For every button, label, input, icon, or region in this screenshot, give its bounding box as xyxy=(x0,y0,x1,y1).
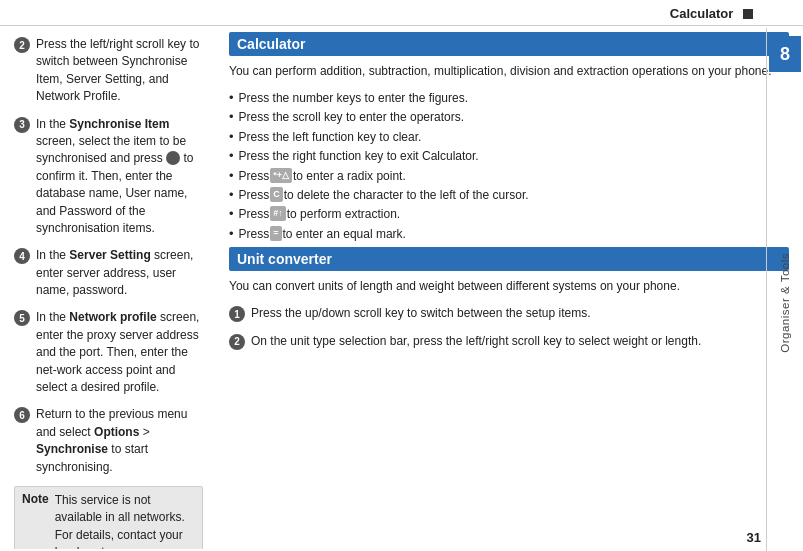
unit-converter-intro: You can convert units of length and weig… xyxy=(229,277,789,295)
hash-key: #↑ xyxy=(270,206,286,221)
uc-step-1-text: Press the up/down scroll key to switch b… xyxy=(251,305,591,322)
bullet-1: Press the number keys to enter the figur… xyxy=(229,90,789,107)
bullet-3: Press the left function key to clear. xyxy=(229,129,789,146)
step-3-text: In the Synchronise Item screen, select t… xyxy=(36,116,203,238)
step-5-text: In the Network profile screen, enter the… xyxy=(36,309,203,396)
tab-label: Organiser & Tools xyxy=(779,253,791,353)
step-num-6: 6 xyxy=(14,407,30,423)
bullet-4: Press the right function key to exit Cal… xyxy=(229,148,789,165)
step-6-text: Return to the previous menu and select O… xyxy=(36,406,203,476)
bullet-6: Press C to delete the character to the l… xyxy=(229,187,789,204)
star-key: *+△ xyxy=(270,168,292,183)
step-2-text: Press the left/right scroll key to switc… xyxy=(36,36,203,106)
step-num-2: 2 xyxy=(14,37,30,53)
equal-key: = xyxy=(270,226,281,241)
step-num-4: 4 xyxy=(14,248,30,264)
uc-step-num-2: 2 xyxy=(229,334,245,350)
calculator-intro: You can perform addition, subtraction, m… xyxy=(229,62,789,80)
uc-step-2: 2 On the unit type selection bar, press … xyxy=(229,333,789,350)
calculator-header: Calculator xyxy=(229,32,789,56)
bullet-5: Press *+△ to enter a radix point. xyxy=(229,168,789,185)
left-column: 2 Press the left/right scroll key to swi… xyxy=(0,26,215,549)
bullet-8: Press = to enter an equal mark. xyxy=(229,226,789,243)
step-4-text: In the Server Setting screen, enter serv… xyxy=(36,247,203,299)
step-num-3: 3 xyxy=(14,117,30,133)
tab-label-wrap: Organiser & Tools xyxy=(779,76,791,529)
uc-step-num-1: 1 xyxy=(229,306,245,322)
step-4: 4 In the Server Setting screen, enter se… xyxy=(14,247,203,299)
step-6: 6 Return to the previous menu and select… xyxy=(14,406,203,476)
step-num-5: 5 xyxy=(14,310,30,326)
note-box: Note This service is not available in al… xyxy=(14,486,203,549)
step-2: 2 Press the left/right scroll key to swi… xyxy=(14,36,203,106)
side-tab: 8 Organiser & Tools xyxy=(767,28,803,529)
bullet-7: Press #↑ to perform extraction. xyxy=(229,206,789,223)
uc-step-2-text: On the unit type selection bar, press th… xyxy=(251,333,701,350)
note-text: This service is not available in all net… xyxy=(55,492,195,549)
right-column: Calculator You can perform addition, sub… xyxy=(215,26,803,549)
confirm-icon xyxy=(166,151,180,165)
note-label: Note xyxy=(22,492,49,549)
page-number: 31 xyxy=(747,530,761,545)
bullet-2: Press the scroll key to enter the operat… xyxy=(229,109,789,126)
tab-number: 8 xyxy=(769,36,801,72)
page-header: Calculator xyxy=(0,0,803,26)
step-3: 3 In the Synchronise Item screen, select… xyxy=(14,116,203,238)
header-title: Calculator xyxy=(670,6,734,21)
unit-converter-header: Unit converter xyxy=(229,247,789,271)
uc-step-1: 1 Press the up/down scroll key to switch… xyxy=(229,305,789,322)
step-5: 5 In the Network profile screen, enter t… xyxy=(14,309,203,396)
c-key: C xyxy=(270,187,283,202)
calculator-bullets: Press the number keys to enter the figur… xyxy=(229,90,789,243)
